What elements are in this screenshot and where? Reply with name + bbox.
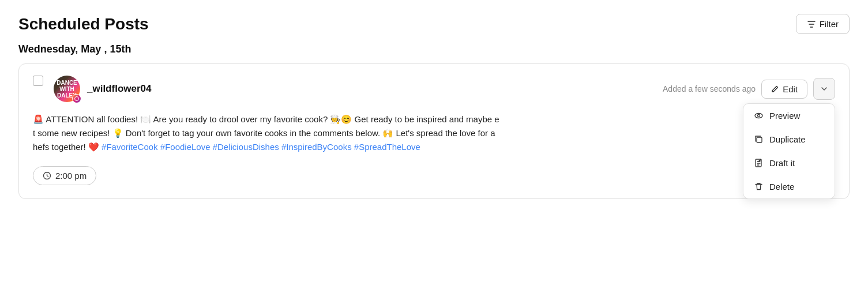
dropdown-item-draft[interactable]: Draft it [743, 151, 835, 175]
date-label: Wednesday, May , 15th [18, 43, 850, 55]
post-card: DANCEWITHDALEY _wildflower04 Added a few… [18, 63, 850, 199]
post-content: 🚨 ATTENTION all foodies! 🍽️ Are you read… [33, 112, 835, 154]
filter-icon [807, 20, 816, 29]
post-checkbox-wrapper [33, 76, 43, 86]
dropdown-item-duplicate[interactable]: Duplicate [743, 127, 835, 151]
avatar-wrap: DANCEWITHDALEY [54, 76, 80, 102]
dropdown-menu: Preview Duplicate Draft it Delete [743, 103, 835, 199]
added-time: Added a few seconds ago [663, 84, 756, 93]
hashtags: #FavoriteCook #FoodieLove #DeliciousDish… [102, 142, 420, 152]
svg-point-2 [758, 115, 760, 117]
dropdown-toggle-button[interactable] [813, 78, 835, 100]
preview-label: Preview [769, 111, 800, 121]
post-card-left: DANCEWITHDALEY _wildflower04 [33, 76, 151, 102]
chevron-down-icon [820, 85, 828, 93]
post-card-right: Added a few seconds ago Edit [663, 78, 835, 100]
draft-icon [754, 158, 764, 168]
page-header: Scheduled Posts Filter [18, 14, 850, 34]
post-card-header: DANCEWITHDALEY _wildflower04 Added a few… [33, 76, 835, 102]
edit-button[interactable]: Edit [761, 80, 807, 99]
clock-icon [43, 171, 51, 180]
post-checkbox[interactable] [33, 76, 43, 86]
svg-point-1 [755, 114, 762, 118]
delete-label: Delete [769, 182, 794, 192]
page-title: Scheduled Posts [18, 15, 149, 33]
time-badge: 2:00 pm [33, 166, 96, 185]
dropdown-item-delete[interactable]: Delete [743, 175, 835, 198]
trash-icon [754, 182, 764, 192]
pencil-icon [771, 85, 779, 93]
eye-icon [754, 111, 764, 121]
instagram-badge [72, 94, 81, 103]
svg-rect-3 [757, 137, 762, 142]
duplicate-icon [754, 134, 764, 144]
username: _wildflower04 [87, 83, 151, 95]
dropdown-item-preview[interactable]: Preview [743, 104, 835, 127]
post-time: 2:00 pm [55, 171, 87, 181]
instagram-badge-inner [74, 96, 79, 101]
draft-label: Draft it [769, 158, 795, 168]
post-card-footer: 2:00 pm Publish Now [33, 164, 835, 187]
filter-button[interactable]: Filter [796, 14, 850, 34]
duplicate-label: Duplicate [769, 134, 806, 144]
